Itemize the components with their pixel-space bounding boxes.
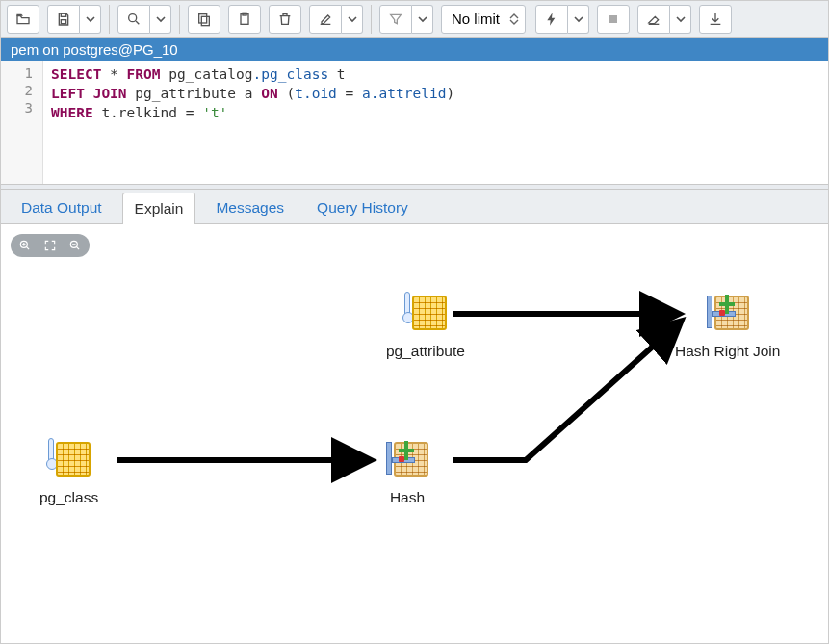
edit-button[interactable]: [309, 5, 342, 34]
download-button[interactable]: [699, 5, 732, 34]
tab-messages[interactable]: Messages: [203, 192, 297, 223]
svg-rect-4: [201, 16, 209, 25]
explain-node-hash-right-join[interactable]: Hash Right Join: [675, 292, 780, 360]
row-limit-label: No limit: [452, 11, 500, 27]
svg-rect-0: [61, 13, 65, 16]
sql-editor[interactable]: 1 2 3 SELECT * FROM pg_catalog.pg_class …: [1, 61, 828, 184]
find-dropdown-button[interactable]: [150, 5, 171, 34]
delete-row-button[interactable]: [269, 5, 301, 34]
trash-icon: [277, 12, 293, 27]
save-button[interactable]: [47, 5, 80, 34]
svg-rect-1: [61, 19, 65, 23]
row-limit-select[interactable]: No limit: [441, 5, 526, 34]
explain-node-hash[interactable]: Hash: [386, 438, 428, 506]
spinner-icon: [509, 13, 519, 26]
explain-panel: pg_attribute Hash Right Join pg_class Ha…: [1, 224, 828, 643]
svg-rect-3: [199, 13, 207, 22]
svg-rect-7: [609, 15, 617, 23]
chevron-down-icon: [676, 14, 686, 24]
download-icon: [708, 12, 723, 27]
search-icon: [126, 12, 142, 27]
tab-data-output[interactable]: Data Output: [9, 192, 115, 223]
seq-scan-icon: [48, 438, 91, 480]
eraser-icon: [646, 12, 661, 27]
copy-button[interactable]: [188, 5, 220, 34]
execute-button[interactable]: [535, 5, 568, 34]
hash-join-icon: [707, 292, 749, 334]
execute-dropdown-button[interactable]: [568, 5, 589, 34]
query-tool-window: No limit pem on postgres@PG_10: [0, 0, 829, 644]
toolbar: No limit: [1, 1, 828, 38]
save-icon: [56, 12, 71, 27]
explain-node-pg-attribute[interactable]: pg_attribute: [386, 292, 465, 360]
explain-node-pg-class[interactable]: pg_class: [39, 438, 98, 506]
chevron-down-icon: [86, 14, 95, 24]
edit-icon: [318, 12, 333, 27]
hash-icon: [386, 438, 428, 480]
clear-button[interactable]: [637, 5, 670, 34]
stop-button[interactable]: [597, 5, 630, 34]
code-area[interactable]: SELECT * FROM pg_catalog.pg_class t LEFT…: [43, 61, 828, 184]
paste-icon: [237, 12, 252, 27]
explain-diagram[interactable]: [1, 224, 828, 640]
open-file-button[interactable]: [7, 5, 39, 34]
find-button[interactable]: [117, 5, 150, 34]
folder-open-icon: [15, 12, 31, 27]
tab-explain[interactable]: Explain: [122, 193, 196, 224]
bolt-icon: [544, 12, 559, 27]
line-gutter: 1 2 3: [1, 61, 43, 184]
chevron-down-icon: [348, 14, 357, 24]
connection-title: pem on postgres@PG_10: [11, 41, 178, 58]
edit-dropdown-button[interactable]: [342, 5, 363, 34]
seq-scan-icon: [404, 292, 447, 334]
stop-icon: [606, 12, 621, 27]
tab-query-history[interactable]: Query History: [304, 192, 421, 223]
connection-header: pem on postgres@PG_10: [1, 38, 828, 61]
clear-dropdown-button[interactable]: [670, 5, 691, 34]
filter-button[interactable]: [379, 5, 412, 34]
filter-icon: [388, 12, 403, 27]
output-tabs: Data Output Explain Messages Query Histo…: [1, 190, 828, 224]
copy-icon: [196, 12, 212, 27]
chevron-down-icon: [574, 14, 583, 24]
filter-dropdown-button[interactable]: [412, 5, 433, 34]
chevron-down-icon: [156, 14, 166, 24]
paste-button[interactable]: [228, 5, 261, 34]
chevron-down-icon: [418, 14, 427, 24]
svg-point-2: [129, 13, 137, 21]
save-dropdown-button[interactable]: [80, 5, 101, 34]
